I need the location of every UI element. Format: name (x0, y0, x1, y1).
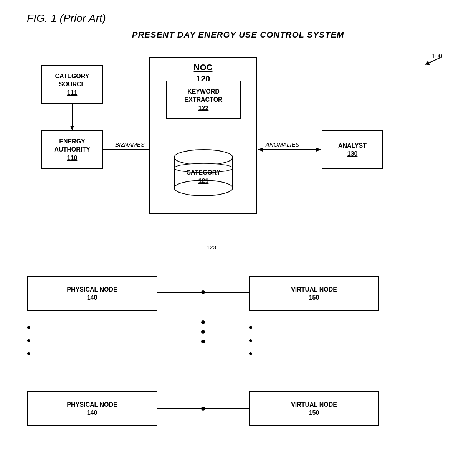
analyst-num: 130 (347, 150, 358, 157)
physical-node-top-num: 140 (87, 294, 98, 301)
physical-node-bot-num: 140 (87, 409, 98, 416)
svg-marker-3 (70, 126, 74, 130)
svg-text:123: 123 (207, 244, 216, 251)
svg-text:BIZNAMES: BIZNAMES (115, 141, 145, 148)
energy-authority-label: ENERGYAUTHORITY (54, 138, 90, 154)
noc-label: NOC (194, 62, 213, 73)
keyword-extractor-label: KEYWORDEXTRACTOR (184, 88, 222, 104)
category-source-label: CATEGORYSOURCE (55, 73, 89, 89)
keyword-extractor-box: KEYWORDEXTRACTOR 122 (166, 81, 241, 119)
analyst-label: ANALYST (338, 142, 367, 150)
virtual-node-top-num: 150 (309, 294, 319, 301)
fig-title: FIG. 1 (Prior Art) (27, 12, 106, 25)
keyword-extractor-num: 122 (198, 105, 209, 112)
category-db: CATEGORY 121 (174, 149, 233, 199)
svg-marker-11 (258, 148, 263, 152)
energy-authority-num: 110 (67, 155, 78, 162)
svg-text:ANOMALIES: ANOMALIES (265, 141, 299, 148)
virtual-node-bot-num: 150 (309, 409, 319, 416)
category-label: CATEGORY 121 (174, 169, 233, 185)
svg-marker-1 (425, 61, 430, 65)
category-source-box: CATEGORYSOURCE 111 (41, 65, 103, 104)
physical-node-top-label: PHYSICAL NODE (67, 286, 117, 294)
virtual-node-bot-label: VIRTUAL NODE (291, 401, 337, 409)
category-source-num: 111 (67, 89, 78, 96)
svg-marker-12 (316, 148, 321, 152)
physical-node-bot-box: PHYSICAL NODE 140 (27, 391, 157, 426)
svg-point-27 (201, 340, 205, 343)
virtual-node-top-label: VIRTUAL NODE (291, 286, 337, 294)
svg-point-25 (201, 320, 205, 324)
svg-point-23 (201, 290, 205, 294)
virtual-ellipsis: • • • (249, 322, 254, 359)
physical-node-bot-label: PHYSICAL NODE (67, 401, 117, 409)
analyst-box: ANALYST 130 (322, 130, 383, 169)
ref-100: 100 (432, 53, 442, 60)
diagram-page: FIG. 1 (Prior Art) PRESENT DAY ENERGY US… (0, 0, 476, 460)
energy-authority-box: ENERGYAUTHORITY 110 (41, 130, 103, 169)
virtual-node-bot-box: VIRTUAL NODE 150 (249, 391, 379, 426)
svg-point-26 (201, 330, 205, 334)
physical-ellipsis: • • • (27, 322, 32, 359)
svg-point-24 (201, 407, 205, 411)
physical-node-top-box: PHYSICAL NODE 140 (27, 276, 157, 311)
svg-point-29 (174, 150, 233, 165)
diagram-subtitle: PRESENT DAY ENERGY USE CONTROL SYSTEM (132, 30, 344, 40)
virtual-node-top-box: VIRTUAL NODE 150 (249, 276, 379, 311)
